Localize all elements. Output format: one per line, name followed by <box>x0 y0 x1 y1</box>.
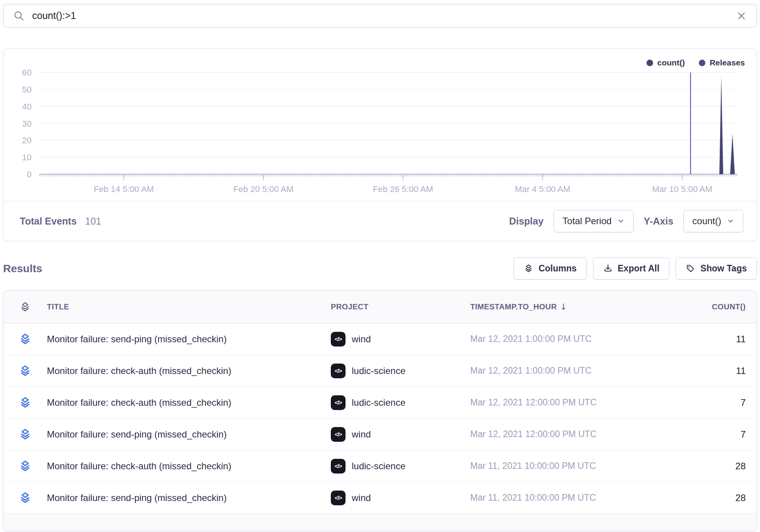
events-chart-panel: count() Releases 0102030405060Feb 14 5:0… <box>3 48 757 241</box>
issue-stack-icon <box>19 491 32 505</box>
project-name[interactable]: ludic-science <box>352 397 406 408</box>
project-platform-icon: </> <box>331 459 346 474</box>
total-events-value: 101 <box>85 216 101 227</box>
legend-item-releases[interactable]: Releases <box>699 58 745 67</box>
project-name[interactable]: wind <box>352 334 371 345</box>
timestamp-value: Mar 12, 2021 1:00:00 PM UTC <box>470 334 656 344</box>
export-all-button-label: Export All <box>618 263 660 274</box>
clear-search-icon[interactable] <box>736 11 746 21</box>
project-platform-icon: </> <box>331 364 346 378</box>
project-name[interactable]: wind <box>352 429 371 440</box>
count-value: 11 <box>656 334 746 345</box>
stack-icon <box>19 301 31 313</box>
table-row[interactable]: Monitor failure: send-ping (missed_check… <box>3 482 757 514</box>
svg-text:10: 10 <box>22 153 31 162</box>
table-row[interactable]: Monitor failure: send-ping (missed_check… <box>3 419 757 450</box>
event-title[interactable]: Monitor failure: send-ping (missed_check… <box>47 334 331 345</box>
legend-dot-releases-icon <box>699 60 705 66</box>
project-platform-icon: </> <box>331 427 346 442</box>
event-title[interactable]: Monitor failure: send-ping (missed_check… <box>47 493 331 503</box>
show-tags-button[interactable]: Show Tags <box>676 257 757 280</box>
event-title[interactable]: Monitor failure: send-ping (missed_check… <box>47 429 331 440</box>
svg-text:Mar 4 5:00 AM: Mar 4 5:00 AM <box>515 184 570 194</box>
issue-stack-icon <box>19 460 32 473</box>
events-chart: 0102030405060Feb 14 5:00 AMFeb 20 5:00 A… <box>3 49 757 201</box>
chevron-down-icon <box>617 217 625 225</box>
column-header-timestamp[interactable]: TIMESTAMP.TO_HOUR ↓ <box>470 302 656 312</box>
results-table: TITLE PROJECT TIMESTAMP.TO_HOUR ↓ COUNT(… <box>3 290 757 531</box>
legend-item-count[interactable]: count() <box>647 58 685 67</box>
display-label: Display <box>509 216 543 227</box>
total-events-label: Total Events <box>20 216 77 227</box>
column-header-title[interactable]: TITLE <box>47 302 331 311</box>
y-axis-dropdown-value: count() <box>692 216 721 227</box>
svg-text:Feb 14 5:00 AM: Feb 14 5:00 AM <box>94 184 154 194</box>
legend-dot-count-icon <box>647 60 653 66</box>
issue-stack-icon <box>19 428 32 441</box>
event-title[interactable]: Monitor failure: check-auth (missed_chec… <box>47 366 331 376</box>
table-row[interactable]: Monitor failure: check-auth (missed_chec… <box>3 387 757 419</box>
count-value: 7 <box>656 429 746 440</box>
event-title[interactable]: Monitor failure: check-auth (missed_chec… <box>47 461 331 472</box>
issue-stack-icon <box>19 396 32 409</box>
issue-stack-icon <box>19 333 32 346</box>
timestamp-value: Mar 12, 2021 12:00:00 PM UTC <box>470 429 656 439</box>
show-tags-button-label: Show Tags <box>700 263 747 274</box>
svg-text:50: 50 <box>22 85 31 94</box>
project-platform-icon: </> <box>331 332 346 347</box>
search-input[interactable] <box>32 10 729 21</box>
columns-button-label: Columns <box>538 263 576 274</box>
svg-text:0: 0 <box>27 170 31 179</box>
event-title[interactable]: Monitor failure: check-auth (missed_chec… <box>47 397 331 408</box>
table-row[interactable]: Monitor failure: check-auth (missed_chec… <box>3 355 757 387</box>
y-axis-dropdown[interactable]: count() <box>683 210 743 232</box>
tag-icon <box>686 264 695 273</box>
display-dropdown-value: Total Period <box>562 216 612 227</box>
timestamp-value: Mar 11, 2021 10:00:00 PM UTC <box>470 493 656 503</box>
edit-columns-icon[interactable] <box>3 301 47 313</box>
download-icon <box>603 264 613 273</box>
chart-legend: count() Releases <box>647 58 745 67</box>
svg-text:Feb 26 5:00 AM: Feb 26 5:00 AM <box>373 184 433 194</box>
project-cell: </> ludic-science <box>331 395 470 410</box>
count-value: 28 <box>656 461 746 472</box>
svg-text:Mar 10 5:00 AM: Mar 10 5:00 AM <box>652 184 712 194</box>
project-cell: </> ludic-science <box>331 364 470 378</box>
project-name[interactable]: ludic-science <box>352 366 406 376</box>
project-name[interactable]: ludic-science <box>352 461 406 472</box>
table-row[interactable]: Monitor failure: check-auth (missed_chec… <box>3 450 757 482</box>
layers-icon <box>524 264 533 273</box>
search-bar[interactable] <box>3 4 757 27</box>
columns-button[interactable]: Columns <box>514 257 586 280</box>
timestamp-value: Mar 11, 2021 10:00:00 PM UTC <box>470 461 656 471</box>
y-axis-label: Y-Axis <box>644 216 673 227</box>
timestamp-value: Mar 12, 2021 12:00:00 PM UTC <box>470 397 656 408</box>
results-header: Results Columns Export All Show Tags <box>3 257 757 280</box>
results-title: Results <box>3 263 42 275</box>
project-platform-icon: </> <box>331 395 346 410</box>
chart-footer: Total Events 101 Display Total Period Y-… <box>3 201 757 241</box>
timestamp-value: Mar 12, 2021 1:00:00 PM UTC <box>470 366 656 376</box>
table-row[interactable]: Monitor failure: send-ping (missed_check… <box>3 323 757 355</box>
project-cell: </> wind <box>331 427 470 442</box>
column-header-count[interactable]: COUNT() <box>656 302 746 311</box>
count-value: 7 <box>656 397 746 408</box>
issue-stack-icon <box>19 364 32 378</box>
svg-text:20: 20 <box>22 136 31 145</box>
svg-text:30: 30 <box>22 119 31 129</box>
svg-text:60: 60 <box>22 68 31 77</box>
project-cell: </> wind <box>331 332 470 347</box>
project-cell: </> ludic-science <box>331 459 470 474</box>
column-header-project[interactable]: PROJECT <box>331 302 470 311</box>
sort-desc-icon: ↓ <box>560 302 567 312</box>
project-cell: </> wind <box>331 491 470 505</box>
count-value: 11 <box>656 366 746 376</box>
project-platform-icon: </> <box>331 491 346 505</box>
chevron-down-icon <box>727 217 734 225</box>
display-dropdown[interactable]: Total Period <box>554 210 634 232</box>
total-events: Total Events 101 <box>20 216 101 227</box>
table-footer <box>3 514 757 531</box>
project-name[interactable]: wind <box>352 493 371 503</box>
export-all-button[interactable]: Export All <box>593 257 670 280</box>
count-value: 28 <box>656 493 746 503</box>
